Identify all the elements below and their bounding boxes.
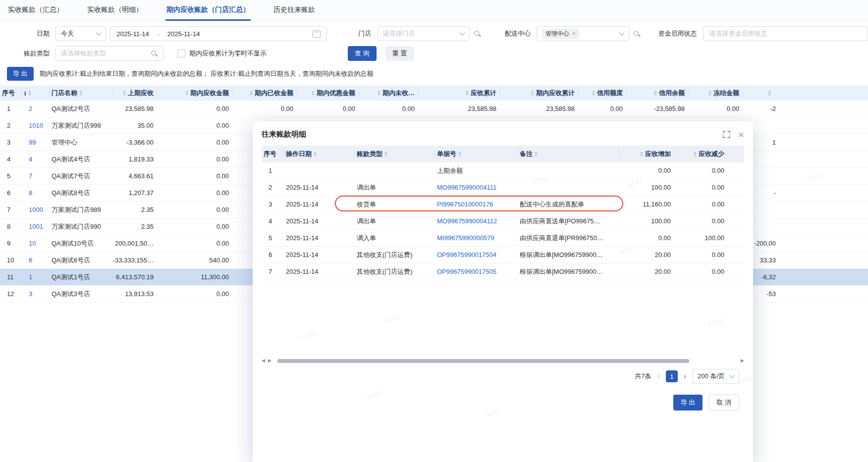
zero-filter-checkbox[interactable]	[177, 50, 185, 57]
sort-icon[interactable]	[654, 91, 657, 96]
store-id-link[interactable]: 10	[22, 235, 50, 252]
sort-icon[interactable]	[531, 91, 534, 96]
scroll-right-icon[interactable]: ▶	[268, 359, 271, 363]
store-id-link[interactable]: 7	[22, 168, 50, 184]
store-id-link[interactable]: 3	[22, 286, 50, 302]
sort-icon[interactable]	[458, 152, 461, 156]
tab-received-detail[interactable]: 实收账款（明细）	[86, 0, 144, 21]
modal-table-row[interactable]: 62025-11-14其他收支(门店运费)OP99675990017504根据调…	[262, 247, 744, 263]
export-button[interactable]: 导 出	[7, 67, 34, 81]
pagination: 共7条 ‹ 1 › 200 条/页	[267, 369, 739, 384]
sort-icon[interactable]	[466, 91, 469, 96]
page-number-button[interactable]: 1	[666, 370, 678, 382]
close-icon[interactable]: ×	[738, 129, 744, 140]
reset-button[interactable]: 重 置	[385, 46, 414, 61]
modal-cancel-button[interactable]: 取 消	[708, 395, 739, 411]
sort-icon[interactable]	[384, 152, 387, 156]
sort-icon[interactable]	[123, 91, 126, 96]
column-header[interactable]: 冻结金额	[689, 86, 743, 101]
column-header[interactable]: 账款类型	[355, 146, 435, 162]
column-header[interactable]: i	[22, 86, 50, 101]
next-page-icon[interactable]: ›	[684, 372, 686, 380]
column-header[interactable]: 信用余额	[627, 86, 689, 101]
modal-table-row[interactable]: 32025-11-14收货单PI99675010000176配送中心生成的直配单…	[262, 196, 744, 213]
fullscreen-icon[interactable]	[723, 131, 730, 138]
store-id-link[interactable]: 99	[22, 134, 50, 151]
store-id-link[interactable]: 8	[22, 185, 50, 201]
sort-icon[interactable]	[312, 91, 315, 96]
tab-period-receivable-store-summary[interactable]: 期内应收账款（门店汇总）	[165, 0, 251, 21]
store-select[interactable]: 请选择门店	[378, 26, 470, 41]
column-header[interactable]: 期内已收金额	[233, 86, 297, 101]
doc-no-link[interactable]: MO99675990004111	[435, 179, 518, 196]
sort-icon[interactable]	[378, 91, 380, 96]
doc-no-link[interactable]: MI99675990000579	[435, 230, 518, 246]
column-header[interactable]: 信用额度	[579, 86, 627, 101]
store-id-link[interactable]: 1001	[22, 218, 50, 235]
column-header[interactable]: 操作日期	[284, 146, 355, 162]
store-id-link[interactable]: 4	[22, 151, 50, 167]
date-range-input[interactable]: 2025-11-14 → 2025-11-14	[110, 26, 326, 41]
tab-received-summary[interactable]: 实收账款（汇总）	[7, 0, 64, 21]
dc-select[interactable]: 管理中心 ×	[537, 26, 629, 41]
sort-icon[interactable]	[314, 152, 317, 156]
dc-search-button[interactable]	[633, 30, 641, 38]
store-id-link[interactable]: 1000	[22, 202, 50, 218]
page-size-select[interactable]: 200 条/页	[692, 369, 739, 384]
amount-cell: 0.00	[158, 168, 233, 184]
scrollbar-thumb[interactable]	[277, 359, 689, 363]
store-search-button[interactable]	[474, 30, 481, 38]
column-header[interactable]: 期内应收金额	[158, 86, 233, 101]
amount-cell: 1,819.33	[113, 151, 158, 167]
doc-no-link[interactable]: MO99675990004112	[435, 213, 518, 229]
doc-no-link[interactable]: PI99675010000176	[435, 196, 518, 212]
scroll-left-icon[interactable]: ◀	[262, 359, 265, 363]
date-preset-select[interactable]: 今天	[55, 26, 106, 41]
store-id-link[interactable]: 1010	[22, 117, 50, 134]
sort-icon[interactable]	[592, 91, 595, 96]
doc-no-link[interactable]: OP99675990017505	[435, 263, 518, 280]
account-type-input[interactable]: 请选择账款类型	[55, 46, 163, 61]
scroll-right-icon[interactable]: ▶	[741, 359, 744, 363]
row-number: 11	[0, 269, 22, 285]
sort-icon[interactable]	[28, 91, 31, 96]
column-header[interactable]: 门店名称	[50, 86, 113, 101]
tag-close-icon[interactable]: ×	[572, 30, 576, 37]
column-header[interactable]: 期内未收…	[359, 86, 419, 101]
modal-table-row[interactable]: 52025-11-14调入单MI99675990000579由供应商直退单[PR…	[262, 230, 744, 247]
modal-table-row[interactable]: 42025-11-14调出单MO99675990004112由供应商直送单[PO…	[262, 213, 744, 230]
sort-icon[interactable]	[708, 91, 711, 96]
store-id-link[interactable]: 1	[22, 269, 50, 285]
modal-table-row[interactable]: 22025-11-14调出单MO99675990004111100.000.00	[262, 179, 744, 196]
doc-no-link[interactable]: OP99675990017504	[435, 247, 518, 263]
account-type-label: 账款类型	[0, 49, 55, 58]
sort-icon[interactable]	[185, 91, 188, 96]
prev-page-icon[interactable]: ‹	[657, 372, 659, 380]
sort-icon[interactable]	[79, 91, 82, 96]
store-id-link[interactable]: 2	[22, 101, 50, 117]
table-row[interactable]: 12QA测试2号店23,585.980.000.000.000.0023,585…	[0, 101, 868, 117]
column-header[interactable]: 应收累计	[419, 86, 500, 101]
column-header[interactable]	[743, 86, 777, 101]
sort-icon[interactable]	[640, 152, 643, 156]
modal-table-row[interactable]: 1上期余额0.000.00	[262, 162, 744, 179]
column-header[interactable]: 上期应收	[113, 86, 158, 101]
zero-filter-label[interactable]: 期内应收累计为零时不显示	[189, 49, 267, 58]
store-id-link[interactable]: 6	[22, 252, 50, 268]
sort-icon[interactable]	[768, 91, 771, 96]
modal-export-button[interactable]: 导 出	[673, 395, 703, 411]
fund-status-select[interactable]: 请选择资金启用状态	[703, 26, 868, 41]
tab-history-transactions[interactable]: 历史往来账款	[272, 0, 316, 21]
column-header[interactable]: 期内应收累计	[500, 86, 579, 101]
column-header[interactable]: 应收增加	[619, 146, 678, 162]
column-header[interactable]: 单据号	[435, 146, 518, 162]
sort-icon[interactable]	[250, 91, 253, 96]
sort-icon[interactable]	[535, 152, 538, 156]
column-header[interactable]: 期内优惠金额	[297, 86, 359, 101]
column-header[interactable]: 备注	[518, 146, 619, 162]
sort-icon[interactable]	[694, 152, 697, 156]
column-header[interactable]: 应收减少	[678, 146, 731, 162]
scrollbar-track[interactable]	[277, 359, 735, 363]
modal-table-row[interactable]: 72025-11-14其他收支(门店运费)OP99675990017505根据调…	[262, 263, 744, 280]
query-button[interactable]: 查 询	[348, 46, 377, 61]
